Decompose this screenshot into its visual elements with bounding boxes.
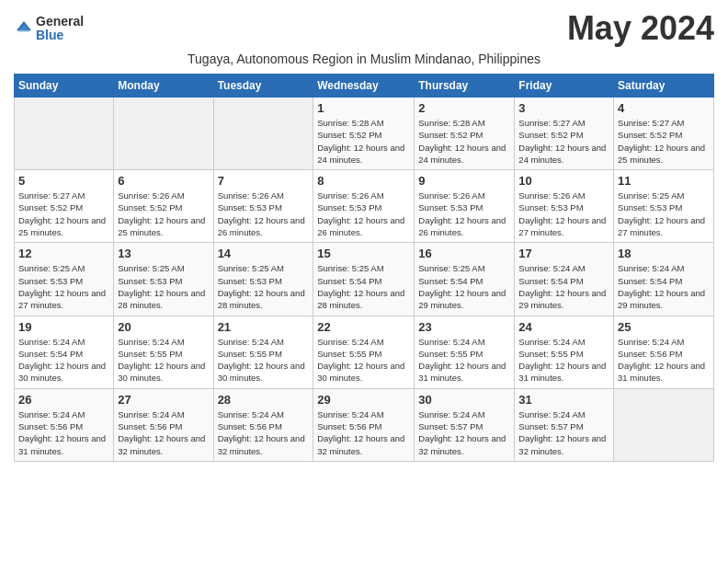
calendar-week-3: 12Sunrise: 5:25 AM Sunset: 5:53 PM Dayli… bbox=[15, 243, 714, 316]
calendar-table: Sunday Monday Tuesday Wednesday Thursday… bbox=[14, 74, 714, 462]
logo-blue-text: Blue bbox=[36, 29, 84, 42]
day-info: Sunrise: 5:26 AM Sunset: 5:53 PM Dayligh… bbox=[317, 190, 410, 238]
day-info: Sunrise: 5:27 AM Sunset: 5:52 PM Dayligh… bbox=[518, 117, 609, 166]
calendar-cell: 7Sunrise: 5:26 AM Sunset: 5:53 PM Daylig… bbox=[213, 170, 313, 243]
day-info: Sunrise: 5:24 AM Sunset: 5:54 PM Dayligh… bbox=[18, 336, 109, 385]
day-info: Sunrise: 5:25 AM Sunset: 5:53 PM Dayligh… bbox=[618, 190, 710, 238]
calendar-cell bbox=[114, 98, 213, 170]
day-number: 2 bbox=[418, 101, 510, 115]
day-info: Sunrise: 5:24 AM Sunset: 5:55 PM Dayligh… bbox=[118, 336, 209, 385]
calendar-cell bbox=[15, 98, 114, 170]
day-number: 27 bbox=[118, 393, 209, 407]
day-info: Sunrise: 5:27 AM Sunset: 5:52 PM Dayligh… bbox=[18, 190, 109, 238]
day-info: Sunrise: 5:24 AM Sunset: 5:56 PM Dayligh… bbox=[317, 408, 410, 457]
day-info: Sunrise: 5:24 AM Sunset: 5:56 PM Dayligh… bbox=[618, 336, 710, 385]
day-info: Sunrise: 5:24 AM Sunset: 5:55 PM Dayligh… bbox=[518, 336, 609, 385]
calendar-week-5: 26Sunrise: 5:24 AM Sunset: 5:56 PM Dayli… bbox=[15, 388, 714, 461]
day-info: Sunrise: 5:24 AM Sunset: 5:55 PM Dayligh… bbox=[317, 336, 410, 385]
day-number: 5 bbox=[18, 174, 109, 188]
calendar-cell: 31Sunrise: 5:24 AM Sunset: 5:57 PM Dayli… bbox=[515, 388, 614, 461]
calendar-cell: 17Sunrise: 5:24 AM Sunset: 5:54 PM Dayli… bbox=[515, 243, 614, 316]
calendar-body: 1Sunrise: 5:28 AM Sunset: 5:52 PM Daylig… bbox=[15, 98, 714, 462]
calendar-cell bbox=[614, 388, 714, 461]
day-info: Sunrise: 5:24 AM Sunset: 5:56 PM Dayligh… bbox=[218, 408, 310, 457]
calendar-cell: 10Sunrise: 5:26 AM Sunset: 5:53 PM Dayli… bbox=[515, 170, 614, 243]
calendar-cell: 15Sunrise: 5:25 AM Sunset: 5:54 PM Dayli… bbox=[313, 243, 415, 316]
day-info: Sunrise: 5:24 AM Sunset: 5:55 PM Dayligh… bbox=[218, 336, 310, 385]
calendar-cell: 20Sunrise: 5:24 AM Sunset: 5:55 PM Dayli… bbox=[114, 316, 213, 388]
day-number: 26 bbox=[18, 393, 109, 407]
day-info: Sunrise: 5:27 AM Sunset: 5:52 PM Dayligh… bbox=[618, 117, 710, 166]
day-number: 7 bbox=[218, 174, 310, 188]
day-number: 25 bbox=[618, 320, 710, 334]
calendar-cell: 4Sunrise: 5:27 AM Sunset: 5:52 PM Daylig… bbox=[614, 98, 714, 170]
day-info: Sunrise: 5:25 AM Sunset: 5:53 PM Dayligh… bbox=[18, 262, 109, 311]
calendar-cell: 6Sunrise: 5:26 AM Sunset: 5:52 PM Daylig… bbox=[114, 170, 213, 243]
calendar-week-2: 5Sunrise: 5:27 AM Sunset: 5:52 PM Daylig… bbox=[15, 170, 714, 243]
day-number: 4 bbox=[618, 101, 710, 115]
weekday-header-row: Sunday Monday Tuesday Wednesday Thursday… bbox=[15, 75, 714, 98]
weekday-friday: Friday bbox=[515, 75, 614, 98]
calendar-cell: 22Sunrise: 5:24 AM Sunset: 5:55 PM Dayli… bbox=[313, 316, 415, 388]
day-info: Sunrise: 5:25 AM Sunset: 5:53 PM Dayligh… bbox=[118, 262, 209, 311]
day-info: Sunrise: 5:28 AM Sunset: 5:52 PM Dayligh… bbox=[418, 117, 510, 166]
day-info: Sunrise: 5:26 AM Sunset: 5:53 PM Dayligh… bbox=[418, 190, 510, 238]
month-title: May 2024 bbox=[567, 9, 714, 48]
calendar-week-1: 1Sunrise: 5:28 AM Sunset: 5:52 PM Daylig… bbox=[15, 98, 714, 170]
day-info: Sunrise: 5:25 AM Sunset: 5:54 PM Dayligh… bbox=[418, 262, 510, 311]
logo-icon bbox=[14, 18, 34, 39]
calendar-cell: 12Sunrise: 5:25 AM Sunset: 5:53 PM Dayli… bbox=[15, 243, 114, 316]
calendar-cell: 25Sunrise: 5:24 AM Sunset: 5:56 PM Dayli… bbox=[614, 316, 714, 388]
weekday-monday: Monday bbox=[114, 75, 213, 98]
day-number: 6 bbox=[118, 174, 209, 188]
day-number: 12 bbox=[18, 247, 109, 260]
calendar-cell: 11Sunrise: 5:25 AM Sunset: 5:53 PM Dayli… bbox=[614, 170, 714, 243]
day-info: Sunrise: 5:24 AM Sunset: 5:55 PM Dayligh… bbox=[418, 336, 510, 385]
weekday-saturday: Saturday bbox=[614, 75, 714, 98]
day-info: Sunrise: 5:24 AM Sunset: 5:56 PM Dayligh… bbox=[118, 408, 209, 457]
logo: General Blue bbox=[14, 15, 84, 43]
day-number: 29 bbox=[317, 393, 410, 407]
day-number: 8 bbox=[317, 174, 410, 188]
weekday-tuesday: Tuesday bbox=[213, 75, 313, 98]
day-info: Sunrise: 5:24 AM Sunset: 5:57 PM Dayligh… bbox=[418, 408, 510, 457]
day-number: 20 bbox=[118, 320, 209, 334]
calendar-cell: 2Sunrise: 5:28 AM Sunset: 5:52 PM Daylig… bbox=[415, 98, 515, 170]
day-info: Sunrise: 5:24 AM Sunset: 5:54 PM Dayligh… bbox=[618, 262, 710, 311]
day-info: Sunrise: 5:26 AM Sunset: 5:53 PM Dayligh… bbox=[218, 190, 310, 238]
calendar-cell: 16Sunrise: 5:25 AM Sunset: 5:54 PM Dayli… bbox=[415, 243, 515, 316]
calendar-cell: 26Sunrise: 5:24 AM Sunset: 5:56 PM Dayli… bbox=[15, 388, 114, 461]
day-number: 13 bbox=[118, 247, 209, 260]
day-info: Sunrise: 5:26 AM Sunset: 5:52 PM Dayligh… bbox=[118, 190, 209, 238]
day-number: 3 bbox=[518, 101, 609, 115]
calendar-cell: 23Sunrise: 5:24 AM Sunset: 5:55 PM Dayli… bbox=[415, 316, 515, 388]
day-info: Sunrise: 5:24 AM Sunset: 5:56 PM Dayligh… bbox=[18, 408, 109, 457]
weekday-wednesday: Wednesday bbox=[313, 75, 415, 98]
day-number: 15 bbox=[317, 247, 410, 260]
day-number: 1 bbox=[317, 101, 410, 115]
calendar-cell: 9Sunrise: 5:26 AM Sunset: 5:53 PM Daylig… bbox=[415, 170, 515, 243]
day-number: 22 bbox=[317, 320, 410, 334]
day-info: Sunrise: 5:25 AM Sunset: 5:54 PM Dayligh… bbox=[317, 262, 410, 311]
weekday-thursday: Thursday bbox=[415, 75, 515, 98]
calendar-header: Sunday Monday Tuesday Wednesday Thursday… bbox=[15, 75, 714, 98]
header: General Blue May 2024 bbox=[14, 9, 714, 48]
calendar-cell: 30Sunrise: 5:24 AM Sunset: 5:57 PM Dayli… bbox=[415, 388, 515, 461]
calendar-cell: 14Sunrise: 5:25 AM Sunset: 5:53 PM Dayli… bbox=[213, 243, 313, 316]
subtitle: Tugaya, Autonomous Region in Muslim Mind… bbox=[14, 52, 714, 66]
calendar-cell: 3Sunrise: 5:27 AM Sunset: 5:52 PM Daylig… bbox=[515, 98, 614, 170]
day-number: 18 bbox=[618, 247, 710, 260]
day-number: 23 bbox=[418, 320, 510, 334]
day-number: 30 bbox=[418, 393, 510, 407]
day-number: 14 bbox=[218, 247, 310, 260]
day-number: 19 bbox=[18, 320, 109, 334]
day-info: Sunrise: 5:24 AM Sunset: 5:57 PM Dayligh… bbox=[518, 408, 609, 457]
day-number: 21 bbox=[218, 320, 310, 334]
day-info: Sunrise: 5:26 AM Sunset: 5:53 PM Dayligh… bbox=[518, 190, 609, 238]
day-number: 16 bbox=[418, 247, 510, 260]
calendar-cell: 18Sunrise: 5:24 AM Sunset: 5:54 PM Dayli… bbox=[614, 243, 714, 316]
calendar-cell: 27Sunrise: 5:24 AM Sunset: 5:56 PM Dayli… bbox=[114, 388, 213, 461]
calendar-cell: 24Sunrise: 5:24 AM Sunset: 5:55 PM Dayli… bbox=[515, 316, 614, 388]
day-info: Sunrise: 5:24 AM Sunset: 5:54 PM Dayligh… bbox=[518, 262, 609, 311]
calendar-cell: 1Sunrise: 5:28 AM Sunset: 5:52 PM Daylig… bbox=[313, 98, 415, 170]
